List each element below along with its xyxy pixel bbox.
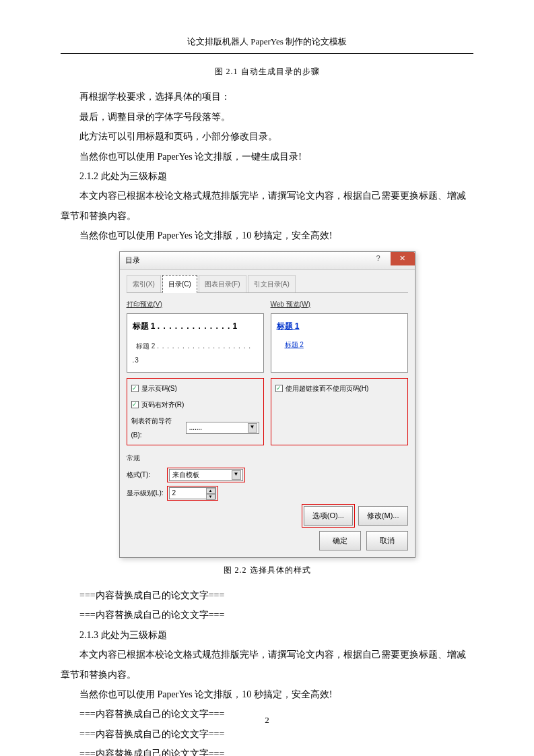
page-header: 论文排版机器人 PaperYes 制作的论文模板 [61,32,473,54]
leader-value: ....... [189,420,202,435]
format-row: 格式(T): 来自模板 ▼ [127,468,408,482]
show-page-number-row: ✓ 显示页码(S) [131,381,259,396]
ok-button[interactable]: 确定 [319,531,361,550]
preview-h2-page: 3 [135,356,139,364]
print-preview-label: 打印预览(V) [127,297,264,311]
leader-dropdown[interactable]: ....... ▼ [186,422,259,434]
web-preview-box: 标题 1 标题 2 [271,313,408,373]
hyperlink-row: ✓ 使用超链接而不使用页码(H) [275,381,403,396]
close-icon[interactable]: ✕ [391,252,415,265]
web-preview-label: Web 预览(W) [271,297,408,311]
checkbox-right-align[interactable]: ✓ [131,401,139,408]
tab-toc[interactable]: 目录(C) [162,275,197,293]
tab-citations[interactable]: 引文目录(A) [248,275,296,292]
tab-figures[interactable]: 图表目录(F) [199,275,246,292]
paragraph: 最后，调整目录的字体字号段落等。 [61,107,473,127]
paragraph: 当然你也可以使用 PaperYes 论文排版，10 秒搞定，安全高效! [61,226,473,245]
paragraph: 再根据学校要求，选择具体的项目： [61,87,473,106]
dialog-title: 目录 [125,253,140,268]
levels-row: 显示级别(L): 2 ▲ ▼ [127,486,408,501]
right-align-label: 页码右对齐(R) [141,398,185,412]
levels-value: 2 [172,486,176,500]
dialog-screenshot: 目录 ? ✕ 索引(X) 目录(C) 图表目录(F) 引文目录(A) 打印预览(… [61,251,473,558]
preview-h1-page: 1 [233,321,238,331]
web-h2-link[interactable]: 标题 2 [285,338,402,352]
preview-h2: 标题 2 [136,342,155,350]
levels-spinner[interactable]: 2 ▲ ▼ [169,487,216,499]
figure-2-2-caption: 图 2.2 选择具体的样式 [61,562,473,579]
hyperlink-label: 使用超链接而不使用页码(H) [286,381,369,396]
levels-label: 显示级别(L): [127,486,167,500]
dialog-body: 索引(X) 目录(C) 图表目录(F) 引文目录(A) 打印预览(V) 标题 1… [120,270,415,557]
chevron-down-icon: ▼ [232,470,241,480]
tabs: 索引(X) 目录(C) 图表目录(F) 引文目录(A) [127,275,408,293]
placeholder-text: ===内容替换成自己的论文文字=== [61,586,473,605]
checkbox-section: ✓ 显示页码(S) ✓ 页码右对齐(R) 制表符前导符(B): ....... … [127,378,408,445]
paragraph: 本文内容已根据本校论文格式规范排版完毕，请撰写论文内容，根据自己需要更换标题、增… [61,186,473,226]
right-align-row: ✓ 页码右对齐(R) [131,398,259,412]
right-options-box: ✓ 使用超链接而不使用页码(H) [271,378,408,445]
web-preview-col: Web 预览(W) 标题 1 标题 2 [271,297,408,373]
tab-index[interactable]: 索引(X) [127,275,161,292]
paragraph: 此方法可以引用标题和页码，小部分修改目录。 [61,127,473,146]
heading-2-1-3: 2.1.3 此处为三级标题 [61,625,473,645]
help-icon[interactable]: ? [366,252,391,265]
paragraph: 当然你也可以使用 PaperYes 论文排版，10 秒搞定，安全高效! [61,685,473,704]
options-button-row: 选项(O)... 修改(M)... [127,506,408,526]
paragraph: 当然你也可以使用 PaperYes 论文排版，一键生成目录! [61,147,473,166]
paragraph: 本文内容已根据本校论文格式规范排版完毕，请撰写论文内容，根据自己需要更换标题、增… [61,645,473,685]
preview-h1: 标题 1 [133,321,156,331]
left-options-box: ✓ 显示页码(S) ✓ 页码右对齐(R) 制表符前导符(B): ....... … [127,378,264,445]
checkbox-hyperlink[interactable]: ✓ [275,385,283,392]
web-h1-link[interactable]: 标题 1 [277,321,300,331]
modify-button[interactable]: 修改(M)... [358,506,408,526]
chevron-down-icon: ▼ [248,423,257,433]
spinner-buttons: ▲ ▼ [206,488,215,499]
general-section-label: 常规 [127,451,408,465]
placeholder-text: ===内容替换成自己的论文文字=== [61,605,473,625]
leader-row: 制表符前导符(B): ....... ▼ [131,414,259,442]
format-label: 格式(T): [127,468,167,482]
toc-dialog: 目录 ? ✕ 索引(X) 目录(C) 图表目录(F) 引文目录(A) 打印预览(… [119,251,415,558]
checkbox-show-page[interactable]: ✓ [131,385,139,392]
dialog-titlebar: 目录 ? ✕ [120,252,415,270]
print-preview-box: 标题 1 . . . . . . . . . . . . . 1 标题 2 . … [127,313,264,373]
heading-2-1-2: 2.1.2 此处为三级标题 [61,166,473,186]
placeholder-text: ===内容替换成自己的论文文字=== [61,744,473,756]
leader-label: 制表符前导符(B): [131,414,182,442]
figure-2-1-caption: 图 2.1 自动生成目录的步骤 [61,63,473,80]
spin-up-icon[interactable]: ▲ [206,488,215,494]
window-buttons: ? ✕ [366,252,415,269]
options-button[interactable]: 选项(O)... [304,506,353,526]
preview-row: 打印预览(V) 标题 1 . . . . . . . . . . . . . 1… [127,297,408,373]
print-preview-col: 打印预览(V) 标题 1 . . . . . . . . . . . . . 1… [127,297,264,373]
format-dropdown[interactable]: 来自模板 ▼ [169,469,243,481]
page-number: 2 [0,711,534,729]
format-value: 来自模板 [172,468,199,482]
spin-down-icon[interactable]: ▼ [206,494,215,500]
cancel-button[interactable]: 取消 [366,531,408,550]
show-page-label: 显示页码(S) [141,381,177,396]
ok-cancel-row: 确定 取消 [127,531,408,550]
